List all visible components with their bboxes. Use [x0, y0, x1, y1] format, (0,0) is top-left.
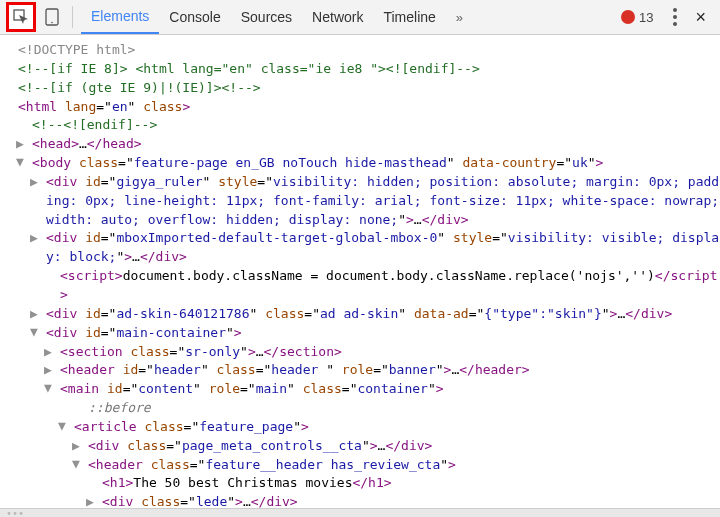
dom-node[interactable]: <h1>The 50 best Christmas movies</h1>	[0, 474, 720, 493]
dom-node[interactable]: <script>document.body.className = docume…	[0, 267, 720, 305]
expand-arrow-icon[interactable]: ▶	[34, 229, 46, 248]
expand-arrow-icon[interactable]: ▼	[20, 153, 32, 172]
tab-sources[interactable]: Sources	[231, 1, 302, 33]
dom-node[interactable]: ▶<div id="ad-skin-640121786" class="ad a…	[0, 305, 720, 324]
expand-arrow-icon[interactable]: ▼	[34, 323, 46, 342]
dom-node[interactable]: <html lang="en" class>	[0, 98, 720, 117]
dom-tree-panel[interactable]: <!DOCTYPE html><!--[if IE 8]> <html lang…	[0, 35, 720, 508]
expand-arrow-icon[interactable]: ▼	[76, 455, 88, 474]
tab-elements[interactable]: Elements	[81, 0, 159, 34]
expand-arrow-icon[interactable]: ▶	[34, 173, 46, 192]
tab-network[interactable]: Network	[302, 1, 373, 33]
dom-node[interactable]: ▶<div class="page_meta_controls__cta">…<…	[0, 437, 720, 456]
expand-arrow-icon[interactable]: ▼	[48, 379, 60, 398]
dom-node[interactable]: ▼<article class="feature_page">	[0, 418, 720, 437]
svg-point-2	[51, 22, 53, 24]
dom-node[interactable]: <!--[if IE 8]> <html lang="en" class="ie…	[0, 60, 720, 79]
dom-node[interactable]: ▶<head>…</head>	[0, 135, 720, 154]
expand-arrow-icon[interactable]: ▶	[48, 361, 60, 380]
close-devtools-button[interactable]: ×	[687, 7, 714, 28]
expand-arrow-icon[interactable]: ▶	[20, 135, 32, 154]
dom-node[interactable]: <!DOCTYPE html>	[0, 41, 720, 60]
dom-node[interactable]: ▼<body class="feature-page en_GB noTouch…	[0, 154, 720, 173]
inspect-cursor-icon	[13, 9, 29, 25]
separator	[72, 6, 73, 28]
dom-node[interactable]: ▶<section class="sr-only">…</section>	[0, 343, 720, 362]
dom-node[interactable]: ▶<div id="gigya_ruler" style="visibility…	[0, 173, 720, 230]
dom-node[interactable]: ▼<main id="content" role="main" class="c…	[0, 380, 720, 399]
device-toolbar-button[interactable]	[40, 5, 64, 29]
dom-node[interactable]: ▶<header id="header" class="header " rol…	[0, 361, 720, 380]
expand-arrow-icon[interactable]: ▶	[48, 343, 60, 362]
expand-arrow-icon[interactable]: ▶	[90, 493, 102, 508]
inspect-element-button[interactable]	[6, 2, 36, 32]
dom-node[interactable]: <!--<![endif]-->	[0, 116, 720, 135]
device-icon	[45, 8, 59, 26]
devtools-toolbar: Elements Console Sources Network Timelin…	[0, 0, 720, 35]
settings-menu-button[interactable]	[663, 8, 687, 26]
more-tabs-button[interactable]: »	[446, 10, 473, 25]
dom-node[interactable]: ▼<header class="feature__header has_revi…	[0, 456, 720, 475]
error-count[interactable]: 13	[611, 10, 663, 25]
expand-arrow-icon[interactable]: ▶	[76, 437, 88, 456]
error-icon	[621, 10, 635, 24]
breadcrumb-footer: •••	[0, 508, 720, 517]
tab-timeline[interactable]: Timeline	[373, 1, 445, 33]
expand-arrow-icon[interactable]: ▶	[34, 305, 46, 324]
expand-arrow-icon[interactable]: ▼	[62, 417, 74, 436]
footer-dots: •••	[6, 508, 24, 518]
error-number: 13	[639, 10, 653, 25]
dom-node[interactable]: ▼<div id="main-container">	[0, 324, 720, 343]
dom-node[interactable]: ::before	[0, 399, 720, 418]
tab-console[interactable]: Console	[159, 1, 230, 33]
dom-node[interactable]: ▶<div id="mboxImported-default-target-gl…	[0, 229, 720, 267]
dom-node[interactable]: <!--[if (gte IE 9)|!(IE)]><!-->	[0, 79, 720, 98]
dom-node[interactable]: ▶<div class="lede">…</div>	[0, 493, 720, 508]
